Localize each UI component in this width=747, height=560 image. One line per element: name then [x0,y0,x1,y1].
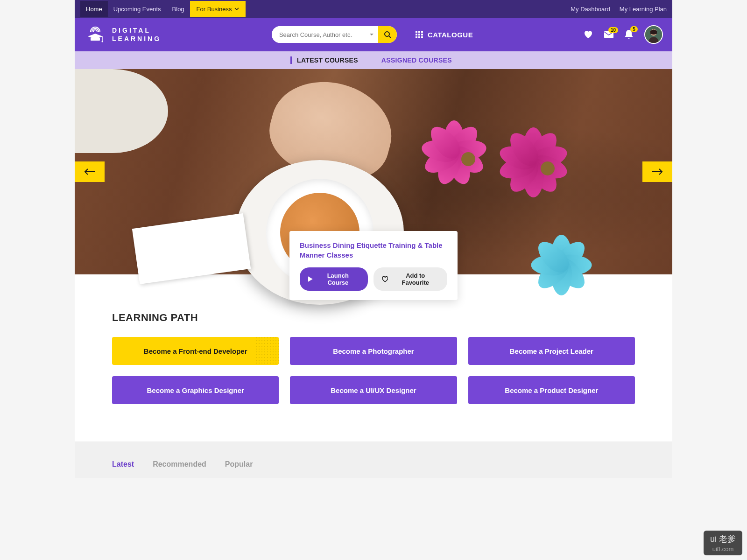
svg-point-3 [385,32,389,36]
tab-assigned-courses[interactable]: ASSIGNED COURSES [377,56,457,64]
avatar-image [645,25,662,44]
path-card-uiux[interactable]: Become a UI/UX Designer [290,376,457,404]
path-card-photographer[interactable]: Become a Photographer [290,337,457,365]
logo[interactable]: DIGITAL LEARNING [84,25,161,44]
catalogue-link[interactable]: CATALOGUE [416,31,473,39]
learning-path-grid: Become a Front-end Developer Become a Ph… [112,337,635,404]
svg-rect-5 [416,31,417,33]
search-dropdown[interactable] [365,26,378,43]
bottom-tab-recommended[interactable]: Recommended [153,460,206,469]
path-card-graphics[interactable]: Become a Graphics Designer [112,376,279,404]
path-card-product[interactable]: Become a Product Designer [468,376,635,404]
topnav-dashboard[interactable]: My Dashboard [571,6,610,13]
launch-course-button[interactable]: Launch Course [300,267,368,291]
search-button[interactable] [378,26,397,43]
bottom-tabs: Latest Recommended Popular [112,460,635,469]
topnav-business-label: For Business [197,6,232,13]
messages-badge: 10 [608,27,618,33]
svg-rect-12 [418,36,420,38]
logo-text: DIGITAL LEARNING [112,26,161,43]
svg-rect-9 [418,34,420,35]
svg-line-4 [389,36,391,38]
bottom-tab-popular[interactable]: Popular [225,460,253,469]
arrow-right-icon [652,168,663,175]
path-card-project-leader[interactable]: Become a Project Leader [468,337,635,365]
messages-button[interactable]: 10 [604,31,613,38]
grid-icon [416,31,423,38]
favourites-button[interactable] [584,30,593,39]
heart-outline-icon [382,276,388,282]
topnav-business[interactable]: For Business [190,1,246,17]
play-icon [308,276,313,282]
heart-icon [584,30,593,39]
notifications-button[interactable]: 5 [625,30,633,39]
svg-rect-8 [416,34,417,35]
course-tabs: LATEST COURSES ASSIGNED COURSES [75,51,672,69]
hero-carousel: Business Dining Etiquette Training & Tab… [75,69,672,274]
hero-course-title: Business Dining Etiquette Training & Tab… [300,240,447,260]
topnav-blog[interactable]: Blog [167,1,190,17]
notifications-badge: 5 [630,26,638,32]
topnav-learning-plan[interactable]: My Learning Plan [620,6,667,13]
search-box [272,26,397,43]
svg-rect-6 [418,31,420,33]
caret-down-icon [369,33,374,36]
svg-rect-7 [421,31,423,33]
topnav-events[interactable]: Upcoming Events [108,1,167,17]
carousel-prev-button[interactable] [75,161,105,182]
arrow-left-icon [84,168,95,175]
add-favourite-label: Add to Favourite [392,272,439,286]
add-favourite-button[interactable]: Add to Favourite [374,267,447,291]
search-icon [384,31,391,38]
carousel-next-button[interactable] [642,161,672,182]
svg-rect-13 [421,36,423,38]
search-input[interactable] [272,26,365,43]
hero-card: Business Dining Etiquette Training & Tab… [289,231,458,300]
svg-rect-11 [416,36,417,38]
top-nav: Home Upcoming Events Blog For Business M… [75,0,672,18]
catalogue-label: CATALOGUE [428,31,473,39]
avatar[interactable] [644,25,663,44]
bottom-tab-latest[interactable]: Latest [112,460,134,469]
learning-path-title: LEARNING PATH [112,312,635,324]
svg-point-2 [102,41,103,42]
svg-rect-10 [421,34,423,35]
topnav-home[interactable]: Home [80,1,108,17]
bottom-section: Latest Recommended Popular [75,441,672,478]
launch-course-label: Launch Course [317,272,359,286]
tab-latest-courses[interactable]: LATEST COURSES [290,56,363,64]
logo-icon [84,25,106,44]
chevron-down-icon [234,7,239,10]
path-card-frontend[interactable]: Become a Front-end Developer [112,337,279,365]
svg-rect-0 [91,38,100,41]
main-header: DIGITAL LEARNING CATALOGUE [75,18,672,51]
